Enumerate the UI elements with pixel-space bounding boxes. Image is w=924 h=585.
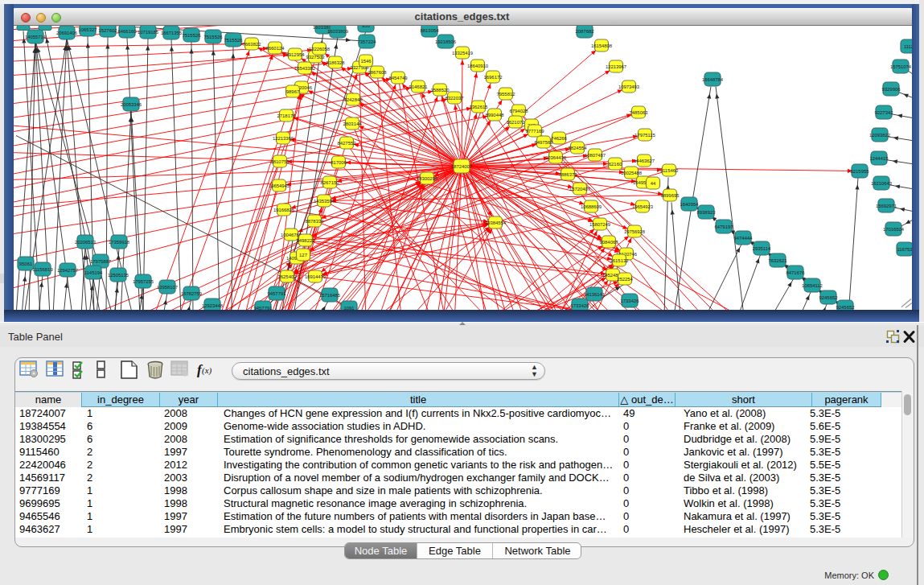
svg-text:7357224: 7357224 [358,39,377,43]
svg-text:8990448: 8990448 [486,112,505,117]
svg-text:252254: 252254 [617,276,633,281]
svg-text:1546: 1546 [360,58,372,63]
svg-text:1362615: 1362615 [470,104,489,109]
svg-text:10025488: 10025488 [621,170,643,175]
svg-text:15807249: 15807249 [589,221,610,226]
svg-text:1733426: 1733426 [621,298,640,303]
svg-text:20364436: 20364436 [545,154,567,159]
svg-text:12213369: 12213369 [273,135,294,140]
svg-text:12213967: 12213967 [606,64,626,68]
svg-text:7632621: 7632621 [769,257,787,262]
svg-text:9777169: 9777169 [526,128,544,133]
svg-text:15692971: 15692971 [876,203,897,208]
svg-text:127: 127 [299,252,307,257]
svg-text:1588520: 1588520 [431,87,450,92]
svg-text:746266: 746266 [551,135,567,140]
svg-text:2803144: 2803144 [343,121,363,126]
svg-text:8660124: 8660124 [266,45,285,50]
svg-text:8186328: 8186328 [326,60,346,64]
svg-text:13958107: 13958107 [157,284,178,289]
svg-text:1640954: 1640954 [680,201,700,206]
svg-text:1065327: 1065327 [79,27,97,31]
svg-text:17975887: 17975887 [90,258,111,263]
svg-text:16210643: 16210643 [871,180,893,185]
svg-text:16154808: 16154808 [591,43,613,47]
svg-text:958: 958 [362,26,371,28]
svg-text:8813054: 8813054 [421,27,440,32]
svg-text:(x): (x) [202,365,212,376]
svg-text:19166825: 19166825 [273,207,295,212]
svg-text:1244415: 1244415 [870,155,889,160]
svg-text:20206513: 20206513 [75,239,97,244]
svg-text:6497568: 6497568 [535,139,554,144]
svg-text:2935114: 2935114 [753,245,771,250]
svg-text:13226058: 13226058 [309,46,331,51]
svg-text:9115460: 9115460 [660,167,679,172]
svg-text:1091: 1091 [343,305,354,310]
svg-text:17957255: 17957255 [133,278,154,283]
svg-text:12505135: 12505135 [108,272,129,277]
svg-text:9245652: 9245652 [836,304,855,309]
svg-text:62160: 62160 [609,161,622,166]
svg-text:116753: 116753 [897,246,912,251]
svg-text:16543382: 16543382 [294,65,315,70]
svg-text:1810755: 1810755 [271,159,290,163]
svg-text:9498222: 9498222 [297,237,315,242]
svg-text:2718176: 2718176 [277,113,297,117]
svg-text:14136141: 14136141 [584,291,605,296]
svg-text:6466160: 6466160 [118,28,138,33]
svg-text:10688609: 10688609 [581,204,602,208]
svg-text:16648784: 16648784 [702,76,724,81]
svg-text:14463627: 14463627 [634,158,655,163]
svg-text:7515526: 7515526 [224,37,244,42]
svg-text:1615132: 1615132 [610,257,629,262]
svg-text:7625402: 7625402 [278,274,297,278]
svg-text:7663822: 7663822 [243,41,261,46]
svg-text:11156819: 11156819 [32,266,52,271]
svg-text:10807487: 10807487 [585,152,606,157]
svg-text:7955812: 7955812 [497,91,515,96]
svg-text:14055714: 14055714 [25,34,47,39]
svg-text:7485063: 7485063 [630,109,649,114]
svg-text:14353594: 14353594 [314,198,335,203]
svg-text:12923448: 12923448 [202,303,224,307]
svg-text:15720407: 15720407 [569,186,590,191]
svg-text:9899695: 9899695 [661,192,680,197]
svg-text:1696172: 1696172 [484,74,503,79]
svg-text:9242848: 9242848 [344,97,363,101]
svg-text:19654923: 19654923 [632,204,654,208]
svg-text:10719185: 10719185 [138,29,159,34]
svg-text:13325419: 13325419 [452,50,473,55]
svg-text:1621072: 1621072 [507,119,525,124]
svg-text:8427552: 8427552 [338,140,356,145]
svg-text:98967: 98967 [286,89,299,93]
svg-text:9227342: 9227342 [875,109,893,114]
svg-text:16033809: 16033809 [327,28,348,33]
svg-text:6479197: 6479197 [715,224,733,229]
svg-text:8878334: 8878334 [306,218,325,223]
svg-text:19384554: 19384554 [485,220,507,225]
svg-text:17359918: 17359918 [109,239,130,244]
svg-text:817006: 817006 [331,159,347,164]
svg-text:9084067: 9084067 [600,239,618,244]
svg-text:12942757: 12942757 [57,267,78,272]
svg-text:8454749: 8454749 [389,75,408,80]
svg-text:16782759: 16782759 [181,290,202,295]
svg-text:15716485: 15716485 [319,292,341,297]
svg-text:15751074: 15751074 [890,64,912,68]
svg-text:16671355: 16671355 [161,30,183,35]
svg-text:17975115: 17975115 [634,132,655,137]
svg-text:6794028: 6794028 [510,108,529,113]
svg-text:19218506: 19218506 [435,39,457,43]
svg-text:9146821: 9146821 [409,84,428,89]
svg-text:18300295: 18300295 [417,175,438,180]
svg-text:18724007: 18724007 [451,163,472,168]
svg-text:19756928: 19756928 [624,229,646,233]
svg-text:10973493: 10973493 [618,84,640,89]
svg-text:9329906: 9329906 [882,86,901,91]
svg-text:8322037: 8322037 [446,95,464,100]
svg-text:2087682: 2087682 [576,28,594,33]
svg-text:9457791: 9457791 [254,305,273,310]
svg-text:12093822: 12093822 [869,132,890,137]
svg-text:1145194: 1145194 [84,270,103,274]
